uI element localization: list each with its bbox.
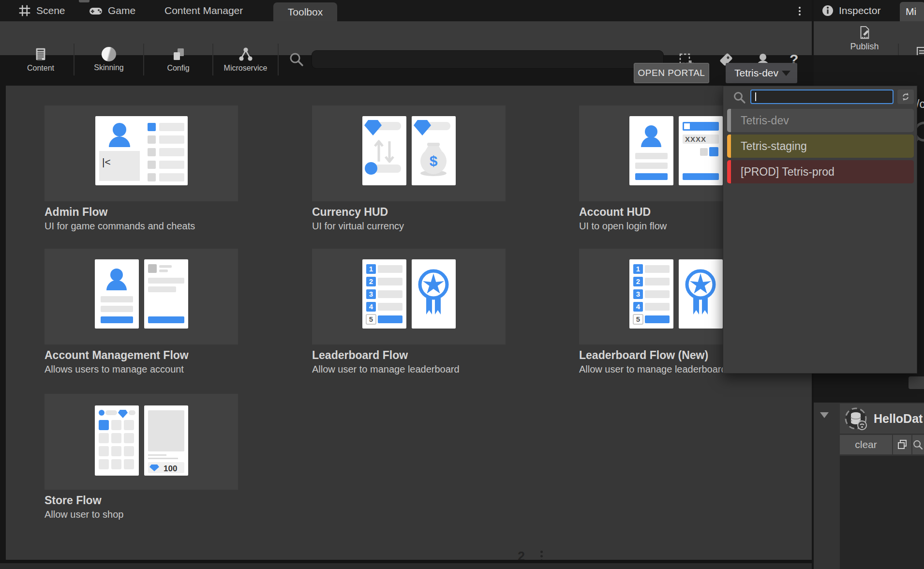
toolbox-toolbar: Content Skinning Config Microservice	[0, 21, 812, 55]
currency-exchange-illustration	[362, 116, 406, 185]
tab-content-manager-label: Content Manager	[164, 5, 243, 16]
content-button-label: Content	[27, 64, 54, 73]
ranking-list-illustration: 1 2 3 4 5	[629, 259, 673, 329]
svg-text:4: 4	[636, 302, 640, 311]
refresh-icon	[900, 91, 911, 102]
card-title: Leaderboard Flow	[312, 349, 506, 362]
price-text: 100	[164, 464, 177, 473]
card-title: Admin Flow	[45, 206, 238, 219]
main-tab-bar: Scene Game Content Manager Toolbox	[0, 0, 812, 21]
publish-button[interactable]: Publish	[833, 21, 896, 55]
tab-toolbox[interactable]: Toolbox	[273, 2, 337, 21]
component-name-label: HelloDat	[874, 412, 923, 426]
environment-dropdown-panel: Tetris-dev Tetris-staging [PROD] Tetris-…	[723, 86, 917, 374]
env-option-tetris-staging[interactable]: Tetris-staging	[727, 135, 914, 158]
copy-button[interactable]	[893, 435, 911, 454]
hello-data-section: HelloDat clear	[814, 403, 924, 569]
config-button[interactable]: Config	[144, 43, 212, 76]
search-log-button[interactable]	[912, 435, 924, 454]
tab-inspector[interactable]: Inspector	[814, 0, 880, 21]
toolbox-card-grid: |< Admin Flow UI for game commands and c…	[6, 86, 812, 560]
content-button[interactable]: Content	[8, 43, 74, 76]
environment-dropdown-value: Tetris-dev	[734, 67, 778, 79]
tab-toolbox-label: Toolbox	[288, 6, 323, 18]
card-description: Allow user to manage leaderboard	[312, 364, 506, 375]
scene-grid-icon	[17, 3, 32, 18]
skinning-button[interactable]: Skinning	[75, 43, 143, 76]
inspector-tab-bar: Inspector Mi	[814, 0, 924, 21]
info-icon	[821, 4, 834, 17]
profile-card-illustration	[629, 116, 673, 185]
toolbox-search-input[interactable]	[312, 50, 664, 69]
card-title: Store Flow	[45, 494, 238, 507]
footer-bar	[0, 563, 812, 569]
store-item-illustration: 100	[144, 405, 188, 476]
env-option-tetris-prod[interactable]: [PROD] Tetris-prod	[727, 160, 914, 183]
tab-game-label: Game	[108, 5, 135, 16]
env-option-tetris-dev[interactable]: Tetris-dev	[727, 109, 914, 132]
copy-icon	[896, 439, 908, 450]
award-ribbon-illustration	[679, 259, 723, 329]
svg-text:3: 3	[636, 290, 640, 298]
svg-text:5: 5	[636, 315, 640, 323]
money-bag-illustration: $	[412, 116, 456, 185]
game-gamepad-icon	[88, 3, 104, 18]
svg-text:1: 1	[636, 265, 640, 273]
unity-editor-window: Scene Game Content Manager Toolbox	[0, 0, 924, 569]
svg-text:2: 2	[636, 277, 640, 285]
env-status-bar	[727, 135, 731, 158]
chevron-down-icon	[782, 71, 790, 76]
card-admin-flow[interactable]: |< Admin Flow UI for game commands and c…	[45, 105, 238, 232]
page-number: 2	[518, 549, 525, 560]
tab-content-manager[interactable]: Content Manager	[164, 0, 243, 21]
dollar-sign-text: $	[429, 153, 437, 169]
card-leaderboard-flow[interactable]: 1 2 3 4 5	[312, 249, 506, 375]
profile-card-illustration	[95, 259, 139, 329]
foldout-triangle-icon[interactable]	[820, 412, 829, 418]
refresh-button[interactable]	[897, 90, 914, 104]
settings-window-illustration	[144, 259, 188, 329]
card-description: Allow user to shop	[45, 509, 238, 520]
database-component-icon	[844, 406, 868, 431]
ranking-list-illustration: 1 2 3 4 5	[362, 259, 406, 329]
card-currency-hud-thumbnail: $	[312, 105, 506, 201]
search-icon	[288, 51, 305, 68]
hello-data-header[interactable]: HelloDat	[840, 404, 924, 434]
microservice-network-icon	[238, 46, 253, 62]
environment-search-input[interactable]	[750, 90, 894, 104]
microservice-button[interactable]: Microservice	[213, 43, 278, 76]
pagination[interactable]: 2	[518, 549, 543, 560]
window-edge-fragment	[79, 0, 89, 2]
tab-scene[interactable]: Scene	[17, 0, 65, 21]
inspector-toolbar: Publish Depen	[814, 21, 924, 55]
config-layers-icon	[171, 46, 186, 62]
env-status-bar	[727, 160, 731, 183]
env-status-bar	[727, 109, 731, 132]
tab-partial[interactable]: Mi	[900, 2, 924, 21]
footer-divider	[0, 560, 812, 563]
tab-inspector-label: Inspector	[839, 5, 880, 16]
open-portal-button[interactable]: OPEN PORTAL	[634, 63, 709, 83]
card-store-flow[interactable]: 100 Store Flow Allow user to shop	[45, 394, 238, 520]
microservice-button-label: Microservice	[224, 64, 268, 73]
card-title: Currency HUD	[312, 206, 506, 219]
store-grid-illustration	[95, 405, 139, 476]
card-title: Account Management Flow	[45, 349, 238, 362]
tab-game[interactable]: Game	[88, 0, 135, 21]
svg-text:5: 5	[369, 315, 373, 323]
search-icon	[733, 91, 746, 105]
card-account-management-thumbnail	[45, 249, 238, 344]
console-prompt-text: |<	[102, 156, 111, 167]
environment-dropdown-button[interactable]: Tetris-dev	[726, 63, 797, 83]
svg-text:4: 4	[369, 302, 373, 311]
card-account-management-flow[interactable]: Account Management Flow Allows users to …	[45, 249, 238, 375]
kebab-menu-icon[interactable]	[794, 5, 805, 17]
masked-password-text: XXXX	[685, 135, 706, 143]
svg-text:3: 3	[369, 290, 373, 298]
clear-button[interactable]: clear	[840, 435, 892, 454]
card-currency-hud[interactable]: $ Currency HUD UI for virtual currency	[312, 105, 506, 232]
pagination-kebab-icon[interactable]	[540, 549, 543, 560]
env-option-label: Tetris-dev	[731, 109, 914, 132]
clear-button-label: clear	[855, 439, 877, 450]
login-window-illustration: XXXX	[679, 116, 723, 185]
